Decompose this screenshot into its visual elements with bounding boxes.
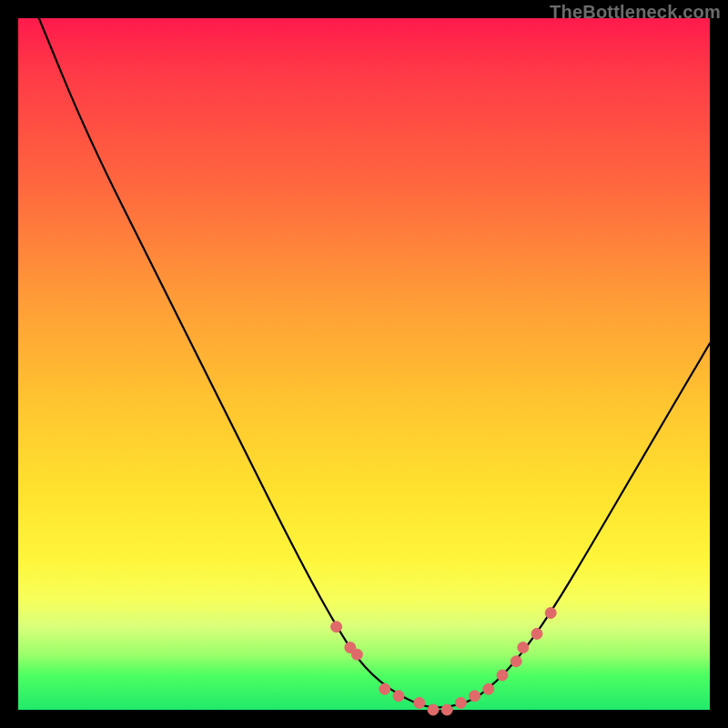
chart-svg bbox=[18, 18, 710, 710]
highlighted-dot bbox=[531, 628, 542, 639]
highlighted-dot bbox=[331, 622, 342, 632]
highlighted-dot bbox=[351, 649, 362, 660]
highlighted-dots-group bbox=[331, 608, 557, 715]
highlighted-dot bbox=[428, 704, 439, 715]
highlighted-dot bbox=[518, 642, 529, 653]
chart-frame: TheBottleneck.com bbox=[0, 0, 728, 728]
bottleneck-curve-line bbox=[39, 18, 710, 707]
highlighted-dot bbox=[483, 683, 494, 694]
highlighted-dot bbox=[511, 656, 521, 667]
highlighted-dot bbox=[441, 704, 452, 715]
highlighted-dot bbox=[379, 683, 390, 694]
highlighted-dot bbox=[470, 691, 480, 702]
highlighted-dot bbox=[455, 697, 466, 708]
highlighted-dot bbox=[414, 697, 425, 708]
highlighted-dot bbox=[545, 608, 556, 619]
highlighted-dot bbox=[393, 691, 404, 702]
highlighted-dot bbox=[497, 670, 508, 681]
